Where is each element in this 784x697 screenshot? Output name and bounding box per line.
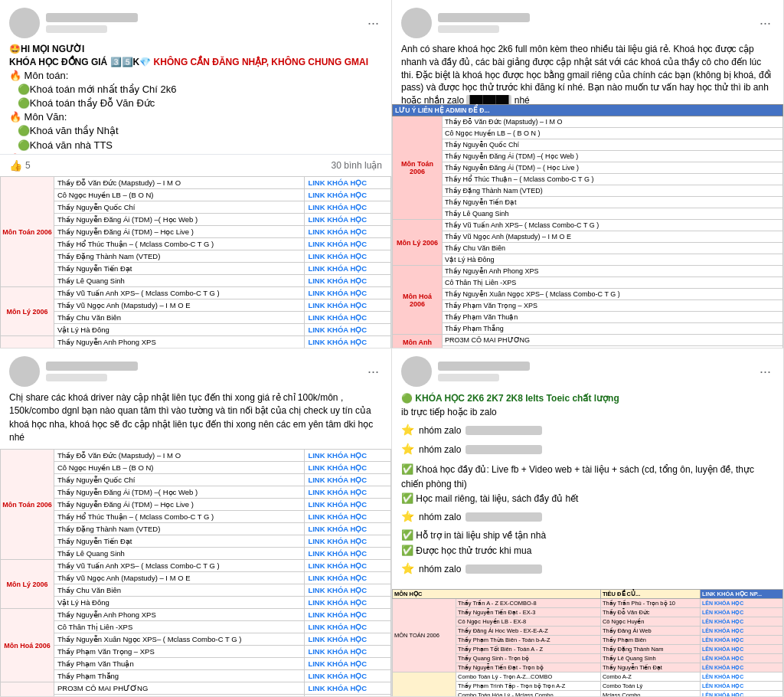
zalo-group-1: ⭐ nhóm zalo	[401, 422, 774, 438]
post-options-3[interactable]: ···	[364, 361, 382, 383]
table-row: Môn Anh 2006 PRO3M CÔ MAI PHƯƠNG	[393, 335, 783, 346]
zalo-label-3: nhóm zalo	[419, 510, 461, 524]
table-row: Thầy Lê Quang Sinh	[393, 208, 783, 220]
post-card-3: ··· Chị share các khoá driver này cập nh…	[0, 348, 392, 697]
post-header-4: ···	[392, 348, 783, 391]
blurred-name-2	[466, 445, 542, 454]
username-2	[438, 13, 530, 22]
star-icon-1: ⭐	[401, 422, 414, 438]
table-row: Môn Lý 2006 Thầy Vũ Tuấn Anh XPS– ( Mcla…	[1, 560, 391, 572]
comment-count-1[interactable]: 30 bình luận	[332, 160, 382, 171]
zalo-group-3: ⭐ nhóm zalo	[401, 509, 774, 525]
table-row: Môn Toán 2006 Thầy Đỗ Văn Đức (Mapstudy)…	[1, 177, 391, 189]
post-time-3	[46, 374, 107, 381]
table-row: Thầy Vũ Ngọc Anh (Mapstudy) – I M O E LI…	[1, 299, 391, 312]
table-row: Vật Lý Hà Đông LINK KHÓA HỌC	[1, 324, 391, 336]
table-row: LIÊN MÔN 2006 Combo Toán Lý - Trọn A-Z..…	[393, 672, 783, 682]
table-row: Cô Ngọc Huyền LB – ( B O N )	[393, 128, 783, 139]
post-content-1: 🤩HI MỌI NGƯỜI KHÓA HỌC ĐỒNG GIÁ 3️⃣5️⃣K💎…	[0, 43, 391, 154]
table-row: Thầy Nguyễn Quốc Chí	[393, 139, 783, 151]
post-options-4[interactable]: ···	[756, 361, 774, 383]
table-row: Môn Hoá 2006 Thầy Nguyễn Anh Phong XPS L…	[1, 336, 391, 348]
table-row: Thầy Nguyễn Quốc Chí LINK KHÓA HỌC	[1, 201, 391, 214]
post-time-4	[438, 374, 499, 381]
table-row: Môn Hoá 2006 Thầy Nguyễn Anh Phong XPS	[393, 266, 783, 277]
table-row: Vật Lý Hà Đông	[393, 254, 783, 266]
post-header-2: ···	[392, 0, 783, 43]
table-row: MÔN TOÁN 2006 Thầy Trần A - Z EX-COMBO-8…	[393, 599, 783, 608]
table-row: Thầy Phạm Văn Trọng – XPS	[393, 300, 783, 312]
star-icon-3: ⭐	[401, 509, 414, 525]
post-content-2: Anh có share khoá học 2k6 full môn kèm t…	[392, 43, 783, 104]
zalo-group-4: ⭐ nhóm zalo	[401, 561, 774, 577]
table-row: Thầy Nguyễn Tiến Đạt LINK KHÓA HỌC	[1, 535, 391, 548]
like-count-1: 5	[25, 160, 31, 171]
post-content-4: 🟢 KHÓA HỌC 2K6 2K7 2K8 Ielts Toeic chất …	[392, 391, 783, 586]
zalo-label-4: nhóm zalo	[419, 562, 461, 576]
table-row: Thầy Lê Quang Sinh LINK KHÓA HỌC	[1, 275, 391, 287]
avatar-2	[401, 8, 432, 38]
star-icon-4: ⭐	[401, 561, 414, 577]
post-time-1	[46, 25, 107, 33]
post-meta-4	[438, 362, 750, 381]
table-row: Thầy Nguyễn Xuân Ngọc XPS– ( Mclass Comb…	[393, 289, 783, 300]
table-row: Vật Lý Hà Đông LINK KHÓA HỌC	[1, 597, 391, 609]
post-options-1[interactable]: ···	[364, 12, 382, 34]
post-card-1: ··· 🤩HI MỌI NGƯỜI KHÓA HỌC ĐỒNG GIÁ 3️⃣5…	[0, 0, 392, 348]
table-row: Thầy Nguyễn Đăng Ái (TDM) – Học Live ) L…	[1, 499, 391, 511]
blurred-name-4	[466, 564, 542, 574]
avatar-3	[9, 356, 40, 387]
table-row: Thầy Nguyễn Tiến Đạt LINK KHÓA HỌC	[1, 263, 391, 275]
table-row: Môn Toán 2006 Thầy Đỗ Văn Đức (Mapstudy)…	[393, 116, 783, 128]
table-row: Thầy Hổ Thúc Thuận – ( Mclass Combo-C T …	[393, 174, 783, 185]
avatar-1	[9, 8, 40, 38]
like-section-1: 👍 5	[9, 159, 31, 172]
spreadsheet-2: LƯU Ý LIÊN HỆ ADMIN ĐỂ Đ... Môn Toán 200…	[392, 104, 783, 348]
table-row: Môn Anh 2006 PRO3M CÔ MAI PHƯƠNG LINK KH…	[1, 682, 391, 695]
table-row: Thầy Phạm Văn Trọng – XPS LINK KHÓA HỌC	[1, 646, 391, 658]
post-header-3: ···	[0, 348, 391, 391]
post-header-1: ···	[0, 0, 391, 43]
table-row: Môn Hoá 2006 Thầy Nguyễn Anh Phong XPS L…	[1, 609, 391, 621]
check-icon-4: ✅	[401, 545, 413, 556]
zalo-label-1: nhóm zalo	[419, 424, 461, 437]
table-row: Thầy Hổ Thúc Thuận – ( Mclass Combo-C T …	[1, 238, 391, 250]
post-content-3: Chị share các khoá driver này cập nhật l…	[0, 391, 391, 449]
blurred-name-1	[466, 426, 542, 435]
blurred-name-3	[466, 512, 542, 522]
post-footer-1: 👍 5 30 bình luận	[0, 154, 391, 176]
course-table-3: Môn Toán 2006 Thầy Đỗ Văn Đức (Mapstudy)…	[0, 449, 391, 697]
table-row: Môn Lý 2006 Thầy Vũ Tuấn Anh XPS– ( Mcla…	[393, 220, 783, 231]
table-row: Thầy Chu Văn Biên	[393, 243, 783, 254]
table-row: Môn Toán 2006 Thầy Đỗ Văn Đức (Mapstudy)…	[1, 450, 391, 462]
course-table-1: Môn Toán 2006 Thầy Đỗ Văn Đức (Mapstudy)…	[0, 176, 391, 348]
table-row: Thầy Đặng Thành Nam (VTED) LINK KHÓA HỌC	[1, 250, 391, 263]
check-icon-3: ✅	[401, 529, 413, 541]
post-options-2[interactable]: ···	[756, 12, 774, 34]
table-row: Thầy Nguyễn Xuân Ngọc XPS– ( Mclass Comb…	[1, 633, 391, 646]
check-icon-1: ✅	[401, 463, 413, 475]
table-row: Môn Lý 2006 Thầy Vũ Tuấn Anh XPS– ( Mcla…	[1, 287, 391, 299]
zalo-group-2: ⭐ nhóm zalo	[401, 441, 774, 457]
post-meta-1	[46, 13, 358, 33]
table-row: Thầy Lê Quang Sinh LINK KHÓA HỌC	[1, 548, 391, 560]
check-icon-2: ✅	[401, 492, 413, 504]
table-row: Cô Ngọc Huyền LB – (B O N) LINK KHÓA HỌC	[1, 189, 391, 201]
table-row: Thầy Nguyễn Tiến Đạt	[393, 197, 783, 208]
zalo-label-2: nhóm zalo	[419, 443, 461, 456]
table-row: Thầy Đặng Thành Nam (VTED) LINK KHÓA HỌC	[1, 523, 391, 535]
star-icon-2: ⭐	[401, 441, 414, 457]
post-card-2: ··· Anh có share khoá học 2k6 full môn k…	[392, 0, 784, 348]
table-row: Thầy Vũ Ngọc Anh (Mapstudy) – I M O E	[393, 231, 783, 243]
table-row: Cô Thân Thị Liên -XPS	[393, 277, 783, 289]
table-row: Thầy Nguyễn Đăng Ái (TDM) – ( Học Live )	[393, 162, 783, 174]
table-row: Thầy Phạm Văn Thuận LINK KHÓA HỌC	[1, 658, 391, 670]
spreadsheet-4: MÔN HỌC TIÊU ĐỀ CỦ... LINK KHÓA HỌC NP..…	[392, 589, 783, 697]
table-header-row: MÔN HỌC TIÊU ĐỀ CỦ... LINK KHÓA HỌC NP..…	[393, 590, 783, 599]
username-3	[46, 362, 138, 371]
table-row: Thầy Nguyễn Đăng Ái (TDM) –( Học Web ) L…	[1, 486, 391, 499]
username-1	[46, 13, 138, 22]
table-row: Thầy Phạm Thắng	[393, 323, 783, 335]
table-header-row: LƯU Ý LIÊN HỆ ADMIN ĐỂ Đ...	[393, 105, 783, 116]
table-row: Cô Thân Thị Liên -XPS LINK KHÓA HỌC	[1, 621, 391, 633]
